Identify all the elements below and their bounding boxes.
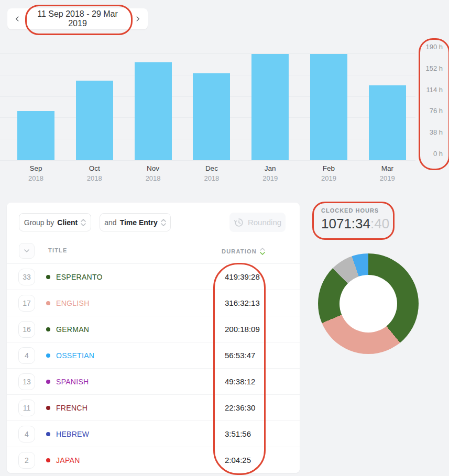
- duration-value: 419:39:28: [225, 272, 260, 281]
- table-header: TITLE DURATION: [7, 242, 300, 263]
- client-color-dot: [46, 275, 50, 279]
- bar-oct-2018[interactable]: [76, 81, 113, 160]
- duration-value: 2:04:25: [225, 456, 251, 464]
- expand-all-button[interactable]: [19, 243, 35, 259]
- bar-sep-2018[interactable]: [17, 111, 54, 160]
- bar-nov-2018[interactable]: [135, 62, 172, 160]
- donut-chart[interactable]: [318, 253, 419, 354]
- sort-carets-icon: [260, 247, 265, 256]
- subgroup-prefix: and: [104, 218, 116, 227]
- entry-count-badge: 16: [18, 321, 35, 338]
- table-row[interactable]: 4 OSSETIAN 56:53:47: [7, 342, 300, 368]
- client-name: SPANISH: [56, 378, 89, 386]
- table-body: 33 ESPERANTO 419:39:28 17 ENGLISH 316:32…: [7, 263, 300, 473]
- gridline: [0, 53, 415, 54]
- updown-caret-icon: [161, 218, 166, 227]
- x-axis-label: Nov2018: [129, 164, 177, 182]
- x-axis-label: Dec2018: [188, 164, 235, 182]
- table-row[interactable]: 16 GERMAN 200:18:09: [7, 316, 300, 342]
- table-row[interactable]: 13 SPANISH 49:38:12: [7, 368, 300, 394]
- client-name: ESPERANTO: [56, 273, 103, 281]
- table-row[interactable]: 2 JAPAN 2:04:25: [7, 447, 300, 473]
- chevron-down-icon: [24, 249, 29, 252]
- updown-caret-icon: [81, 218, 86, 227]
- table-row[interactable]: 4 HEBREW 3:51:56: [7, 420, 300, 447]
- y-axis-tick-label: 38 h: [403, 128, 443, 137]
- x-axis-label: Feb2019: [305, 164, 353, 182]
- subgroup-value: Time Entry: [120, 218, 158, 227]
- entry-count-badge: 11: [18, 400, 35, 416]
- bar-feb-2019[interactable]: [310, 54, 347, 160]
- group-by-dropdown[interactable]: Group by Client: [19, 213, 91, 231]
- entry-count-badge: 13: [18, 373, 35, 390]
- rounding-label: Rounding: [248, 218, 281, 227]
- entry-count-badge: 17: [18, 295, 35, 312]
- column-header-title: TITLE: [48, 247, 68, 253]
- table-row[interactable]: 17 ENGLISH 316:32:13: [7, 290, 300, 316]
- x-axis-label: Oct2018: [71, 164, 118, 182]
- table-row[interactable]: 33 ESPERANTO 419:39:28: [7, 263, 300, 290]
- y-axis-tick-label: 114 h: [403, 86, 443, 94]
- table-row[interactable]: 11 FRENCH 22:36:30: [7, 394, 300, 420]
- clocked-hours-seconds: :40: [370, 216, 389, 231]
- gridline: [0, 160, 415, 161]
- duration-value: 49:38:12: [225, 377, 255, 386]
- duration-value: 3:51:56: [225, 429, 251, 438]
- rounding-clock-icon: [234, 217, 244, 228]
- x-axis-label: Mar2019: [364, 164, 411, 182]
- bar-mar-2019[interactable]: [369, 85, 406, 160]
- entry-count-badge: 4: [18, 426, 35, 442]
- y-axis-tick-label: 76 h: [403, 107, 443, 115]
- x-axis-label: Jan2019: [247, 164, 294, 182]
- client-name: OSSETIAN: [56, 351, 94, 360]
- client-name: ENGLISH: [56, 299, 90, 307]
- entry-count-badge: 4: [18, 347, 35, 364]
- duration-value: 22:36:30: [225, 403, 255, 412]
- entry-count-badge: 2: [18, 452, 35, 469]
- clocked-hours-summary: CLOCKED HOURS 1071:34:40: [321, 207, 389, 232]
- column-header-duration[interactable]: DURATION: [222, 247, 265, 256]
- clocked-hours-label: CLOCKED HOURS: [321, 207, 389, 214]
- client-color-dot: [46, 458, 50, 462]
- bar-jan-2019[interactable]: [251, 54, 289, 160]
- group-by-prefix: Group by: [24, 218, 54, 227]
- client-color-dot: [46, 301, 50, 305]
- x-axis-label: Sep2018: [13, 164, 60, 182]
- rounding-button[interactable]: Rounding: [229, 213, 286, 232]
- y-axis-tick-label: 190 h: [403, 43, 443, 51]
- time-report-page: 11 Sep 2018 - 29 Mar 2019 Sep2018Oct2018…: [0, 0, 449, 476]
- client-color-dot: [46, 406, 50, 410]
- client-name: GERMAN: [56, 325, 89, 334]
- hours-bar-chart: Sep2018Oct2018Nov2018Dec2018Jan2019Feb20…: [0, 0, 449, 189]
- client-name: JAPAN: [56, 456, 80, 464]
- bar-dec-2018[interactable]: [193, 73, 230, 160]
- group-by-value: Client: [57, 218, 78, 227]
- client-color-dot: [46, 353, 50, 358]
- subgroup-dropdown[interactable]: and Time Entry: [100, 213, 171, 231]
- client-color-dot: [46, 380, 50, 384]
- client-color-dot: [46, 432, 50, 436]
- clocked-hours-value: 1071:34:40: [321, 216, 389, 232]
- duration-value: 56:53:47: [225, 351, 255, 360]
- y-axis-tick-label: 0 h: [403, 150, 443, 158]
- client-name: FRENCH: [56, 404, 87, 412]
- client-name: HEBREW: [56, 430, 89, 438]
- duration-value: 316:32:13: [225, 298, 260, 307]
- report-table-card: Group by Client and Time Entry Rounding: [7, 203, 300, 473]
- duration-value: 200:18:09: [225, 325, 260, 334]
- y-axis-tick-label: 152 h: [403, 64, 443, 73]
- client-color-dot: [46, 327, 50, 331]
- entry-count-badge: 33: [18, 269, 35, 285]
